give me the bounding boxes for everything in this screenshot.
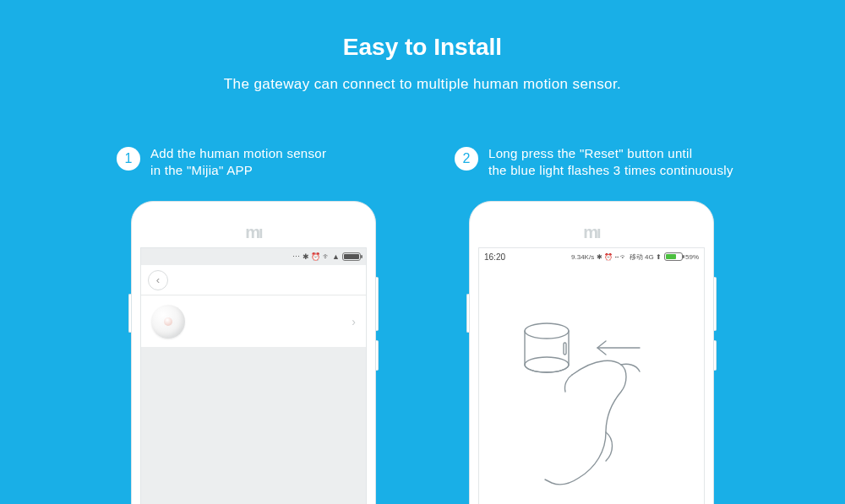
phone-side-button xyxy=(714,277,717,331)
motion-sensor-icon xyxy=(151,305,185,339)
status-time: 16:20 xyxy=(484,252,505,262)
status-network: 移动 4G ⬆ xyxy=(630,252,662,262)
status-bar: ⋯ ✱ ⏰ ᯤ ▲ xyxy=(141,248,366,265)
step-text: Add the human motion sensor in the "Miji… xyxy=(150,145,326,180)
back-button[interactable]: ‹ xyxy=(148,270,168,290)
device-list-item[interactable]: › xyxy=(141,295,366,348)
nav-bar: ‹ xyxy=(141,265,366,295)
battery-icon xyxy=(342,252,361,261)
mi-logo-icon: mı xyxy=(245,223,261,242)
phone-side-button xyxy=(376,277,379,331)
step-head: 2 Long press the "Reset" button until th… xyxy=(455,145,735,186)
step-number-badge: 1 xyxy=(117,147,140,171)
phone-screen: ⋯ ✱ ⏰ ᯤ ▲ ‹ › xyxy=(140,247,367,504)
reset-illustration xyxy=(479,265,704,504)
phone-body: mı ⋯ ✱ ⏰ ᯤ ▲ ‹ › xyxy=(131,201,376,504)
phone-mockup: mı 16:20 9.34K/s ✱ ⏰ ⋯ ᯤ 移动 4G ⬆ 59% xyxy=(448,201,735,463)
battery-icon xyxy=(664,252,683,261)
step-text-line2: in the "Mijia" APP xyxy=(150,163,253,177)
step-number-badge: 2 xyxy=(455,147,478,171)
step-text-line1: Long press the "Reset" button until xyxy=(488,146,692,160)
phone-topbar: mı xyxy=(132,202,375,247)
step-1: 1 Add the human motion sensor in the "Mi… xyxy=(110,145,397,463)
step-2: 2 Long press the "Reset" button until th… xyxy=(448,145,735,463)
phone-side-button xyxy=(714,340,717,371)
phone-body: mı 16:20 9.34K/s ✱ ⏰ ⋯ ᯤ 移动 4G ⬆ 59% xyxy=(469,201,714,504)
status-bar: 16:20 9.34K/s ✱ ⏰ ⋯ ᯤ 移动 4G ⬆ 59% xyxy=(479,248,704,265)
status-rate: 9.34K/s xyxy=(571,253,594,261)
page: Easy to Install The gateway can connect … xyxy=(0,0,845,504)
step-text-line1: Add the human motion sensor xyxy=(150,146,326,160)
chevron-right-icon: › xyxy=(352,315,356,328)
svg-rect-2 xyxy=(564,343,566,355)
phone-side-button xyxy=(376,340,379,371)
phone-topbar: mı xyxy=(470,202,713,247)
steps-row: 1 Add the human motion sensor in the "Mi… xyxy=(0,145,845,463)
page-subtitle: The gateway can connect to multiple huma… xyxy=(0,61,845,93)
svg-point-0 xyxy=(525,323,569,339)
page-title: Easy to Install xyxy=(0,0,845,61)
step-text-line2: the blue light flashes 3 times continuou… xyxy=(488,163,733,177)
status-icons: ⋯ ✱ ⏰ ᯤ ▲ xyxy=(292,252,340,261)
mi-logo-icon: mı xyxy=(583,223,599,242)
phone-mockup: mı ⋯ ✱ ⏰ ᯤ ▲ ‹ › xyxy=(110,201,397,463)
step-head: 1 Add the human motion sensor in the "Mi… xyxy=(117,145,397,186)
status-battery-pct: 59% xyxy=(685,253,699,261)
phone-screen: 16:20 9.34K/s ✱ ⏰ ⋯ ᯤ 移动 4G ⬆ 59% xyxy=(478,247,705,504)
hand-press-sensor-icon xyxy=(479,265,706,504)
status-icons: ✱ ⏰ ⋯ ᯤ xyxy=(597,253,627,261)
svg-point-1 xyxy=(525,357,569,372)
step-text: Long press the "Reset" button until the … xyxy=(488,145,733,180)
